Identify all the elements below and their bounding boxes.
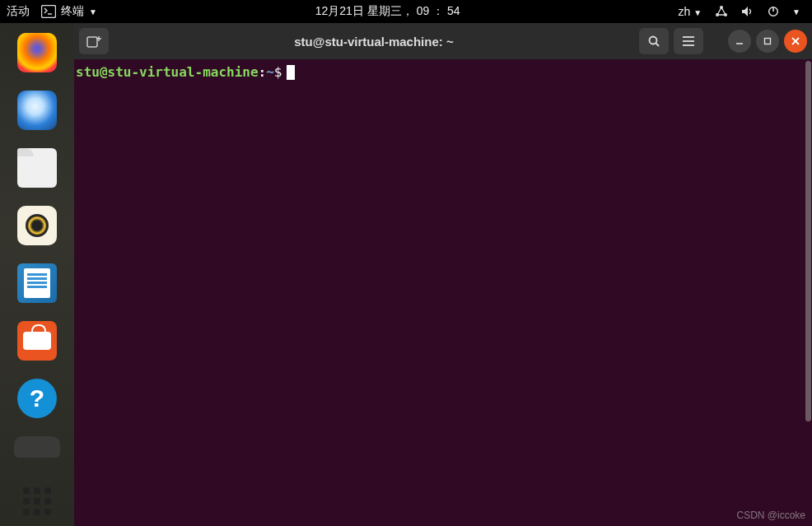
power-icon[interactable] [768,6,779,17]
scrollbar[interactable] [805,61,811,421]
prompt-symbol: $ [274,64,282,80]
terminal-icon [41,5,56,18]
current-app-label: 终端 [61,4,84,19]
close-button[interactable] [784,30,807,53]
rhythmbox-launcher[interactable] [17,206,57,245]
maximize-button[interactable] [756,30,779,53]
close-icon [791,36,800,46]
system-menu-chevron-icon[interactable]: ▼ [792,7,800,16]
search-button[interactable] [639,28,669,54]
svg-rect-16 [765,39,771,44]
minimize-icon [735,36,744,46]
new-tab-button[interactable] [79,28,109,54]
dock: ? [0,23,74,526]
clock[interactable]: 12月21日 星期三， 09 ： 54 [97,4,679,19]
gnome-topbar: 活动 终端 ▼ 12月21日 星期三， 09 ： 54 zh ▼ ▼ [0,0,812,23]
terminal-body[interactable]: stu@stu-virtual-machine:~$ [74,59,812,526]
svg-rect-7 [87,37,97,47]
minimize-button[interactable] [728,30,751,53]
ime-label: zh [679,5,691,18]
svg-rect-0 [42,6,56,18]
thunderbird-launcher[interactable] [17,91,57,130]
volume-icon[interactable] [741,6,754,17]
maximize-icon [763,36,772,46]
svg-line-11 [656,44,660,47]
prompt-path: ~ [266,64,274,80]
prompt-user-host: stu@stu-virtual-machine [76,64,259,80]
window-titlebar: stu@stu-virtual-machine: ~ [74,23,812,59]
firefox-launcher[interactable] [17,33,57,72]
ubuntu-software-launcher[interactable] [17,321,57,361]
svg-point-10 [650,37,657,44]
chevron-down-icon: ▼ [693,8,702,17]
activities-button[interactable]: 活动 [7,4,30,19]
trash-launcher[interactable] [14,436,60,458]
help-launcher[interactable]: ? [17,379,57,418]
hamburger-icon [682,35,695,47]
network-icon[interactable] [715,6,728,17]
libreoffice-writer-launcher[interactable] [17,263,57,303]
search-icon [647,35,660,48]
files-launcher[interactable] [17,148,57,188]
terminal-window: stu@stu-virtual-machine: ~ stu@stu-virtu… [74,23,812,526]
new-tab-icon [86,35,101,48]
chevron-down-icon: ▼ [89,7,97,16]
menu-button[interactable] [674,28,703,54]
input-method-indicator[interactable]: zh ▼ [679,5,702,18]
current-app-menu[interactable]: 终端 ▼ [41,4,97,19]
window-title: stu@stu-virtual-machine: ~ [114,35,634,49]
watermark: CSDN @iccoke [736,510,805,521]
prompt-separator: : [259,64,267,80]
show-applications-button[interactable] [23,487,51,515]
cursor [287,65,295,80]
